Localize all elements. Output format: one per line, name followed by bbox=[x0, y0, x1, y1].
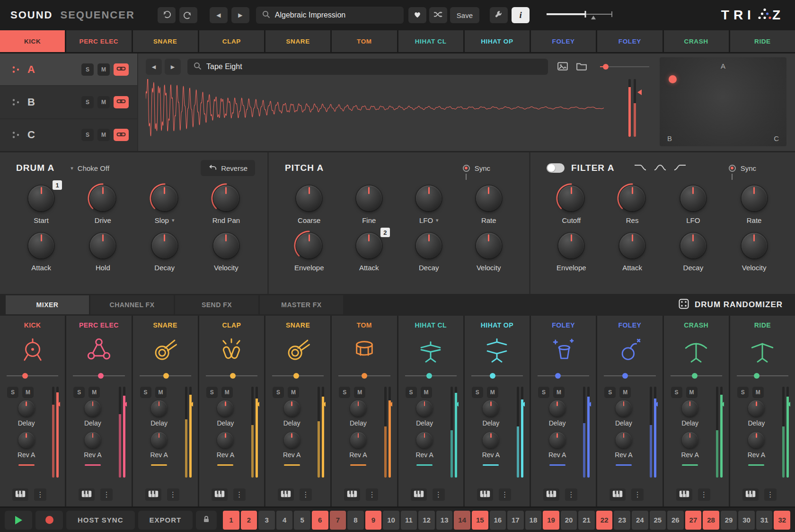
sample-search[interactable] bbox=[187, 59, 548, 75]
channel-solo-button[interactable]: S bbox=[538, 387, 549, 398]
sequencer-step[interactable]: 4 bbox=[276, 511, 293, 530]
sequencer-step[interactable]: 10 bbox=[383, 511, 399, 530]
channel-reverb-knob[interactable] bbox=[483, 432, 499, 448]
channel-solo-button[interactable]: S bbox=[73, 387, 85, 398]
channel-menu-button[interactable]: ⋮ bbox=[698, 488, 710, 501]
volume-handle[interactable] bbox=[555, 373, 561, 379]
sequencer-step[interactable]: 22 bbox=[596, 511, 613, 530]
sample-search-input[interactable] bbox=[206, 62, 542, 71]
channel-delay-knob[interactable] bbox=[682, 400, 698, 417]
channel-mute-button[interactable]: M bbox=[619, 387, 631, 398]
channel-delay-knob[interactable] bbox=[18, 400, 35, 417]
channel-mute-button[interactable]: M bbox=[421, 387, 432, 398]
info-button[interactable]: i bbox=[512, 7, 530, 23]
channel-delay-knob[interactable] bbox=[416, 400, 433, 417]
channel-menu-button[interactable]: ⋮ bbox=[366, 488, 378, 501]
sequencer-step[interactable]: 31 bbox=[756, 511, 773, 530]
channel-volume-slider[interactable] bbox=[405, 372, 457, 379]
channel-keyboard-button[interactable] bbox=[742, 488, 759, 501]
channel-reverb-knob[interactable] bbox=[416, 432, 433, 448]
channel-solo-button[interactable]: S bbox=[671, 387, 682, 398]
sequencer-step[interactable]: 25 bbox=[650, 511, 666, 530]
track-tab[interactable]: PERC ELEC bbox=[66, 30, 131, 52]
browse-samples-button[interactable] bbox=[574, 59, 590, 75]
undo-button[interactable] bbox=[158, 7, 176, 23]
channel-reverb-knob[interactable] bbox=[616, 432, 632, 448]
knob[interactable] bbox=[476, 233, 502, 258]
channel-volume-slider[interactable] bbox=[471, 372, 523, 379]
pitch-sync-toggle[interactable]: Sync bbox=[463, 164, 490, 172]
channel-keyboard-button[interactable] bbox=[543, 488, 559, 501]
channel-mute-button[interactable]: M bbox=[88, 387, 100, 398]
channel-solo-button[interactable]: S bbox=[604, 387, 616, 398]
volume-handle[interactable] bbox=[163, 373, 169, 379]
channel-menu-button[interactable]: ⋮ bbox=[233, 488, 246, 501]
channel-menu-button[interactable]: ⋮ bbox=[34, 488, 46, 501]
volume-handle[interactable] bbox=[603, 64, 609, 70]
track-tab[interactable]: SNARE bbox=[133, 30, 198, 52]
channel-menu-button[interactable]: ⋮ bbox=[167, 488, 179, 501]
sequencer-step[interactable]: 29 bbox=[721, 511, 737, 530]
mixer-page-tab[interactable]: MIXER bbox=[6, 295, 89, 314]
channel-solo-button[interactable]: S bbox=[406, 387, 417, 398]
host-sync-button[interactable]: HOST SYNC bbox=[66, 511, 135, 530]
layer-link-button[interactable] bbox=[114, 63, 129, 76]
settings-button[interactable] bbox=[490, 7, 508, 23]
sequencer-step[interactable]: 15 bbox=[472, 511, 488, 530]
channel-solo-button[interactable]: S bbox=[472, 387, 483, 398]
knob[interactable] bbox=[476, 186, 502, 211]
filter-enable-toggle[interactable] bbox=[547, 163, 565, 173]
sequencer-step[interactable]: 27 bbox=[685, 511, 702, 530]
shuffle-preset-button[interactable] bbox=[429, 7, 447, 23]
track-tab[interactable]: CLAP bbox=[199, 30, 264, 52]
sequencer-step[interactable]: 7 bbox=[330, 511, 346, 530]
track-tab[interactable]: TOM bbox=[332, 30, 397, 52]
channel-mute-button[interactable]: M bbox=[22, 387, 34, 398]
sequencer-step[interactable]: 9 bbox=[365, 511, 382, 530]
layer-mute-button[interactable]: M bbox=[97, 96, 110, 108]
xy-pad-handle[interactable] bbox=[669, 75, 677, 83]
volume-handle[interactable] bbox=[754, 373, 760, 379]
knob[interactable] bbox=[680, 233, 706, 258]
sequencer-step[interactable]: 18 bbox=[525, 511, 542, 530]
channel-keyboard-button[interactable] bbox=[278, 488, 294, 501]
choke-selector[interactable]: ▾ Choke Off bbox=[71, 164, 109, 172]
sample-preview-button[interactable] bbox=[555, 59, 571, 75]
knob[interactable] bbox=[558, 186, 584, 211]
knob[interactable] bbox=[356, 186, 382, 211]
favorite-button[interactable] bbox=[408, 7, 426, 23]
channel-mute-button[interactable]: M bbox=[487, 387, 498, 398]
channel-volume-slider[interactable] bbox=[272, 372, 324, 379]
channel-volume-slider[interactable] bbox=[7, 372, 58, 379]
channel-delay-knob[interactable] bbox=[350, 400, 366, 417]
sequencer-step[interactable]: 23 bbox=[614, 511, 630, 530]
mixer-page-tab[interactable]: CHANNEL FX bbox=[90, 295, 174, 314]
highpass-icon[interactable] bbox=[674, 163, 686, 173]
knob[interactable] bbox=[152, 233, 177, 258]
channel-mute-button[interactable]: M bbox=[553, 387, 565, 398]
channel-delay-knob[interactable] bbox=[217, 400, 233, 417]
filter-shape-selector[interactable] bbox=[634, 163, 686, 173]
knob[interactable] bbox=[28, 186, 54, 211]
channel-solo-button[interactable]: S bbox=[140, 387, 151, 398]
track-tab[interactable]: HIHAT CL bbox=[398, 30, 463, 52]
knob[interactable] bbox=[28, 233, 54, 258]
sequencer-step[interactable]: 21 bbox=[578, 511, 595, 530]
sequencer-step[interactable]: 14 bbox=[454, 511, 470, 530]
channel-delay-knob[interactable] bbox=[483, 400, 499, 417]
channel-reverb-knob[interactable] bbox=[85, 432, 101, 448]
knob[interactable] bbox=[90, 233, 115, 258]
sequencer-step[interactable]: 26 bbox=[667, 511, 684, 530]
channel-keyboard-button[interactable] bbox=[610, 488, 626, 501]
reverse-button[interactable]: Reverse bbox=[201, 160, 255, 176]
channel-menu-button[interactable]: ⋮ bbox=[565, 488, 577, 501]
drum-randomizer-button[interactable]: DRUM RANDOMIZER bbox=[679, 299, 783, 311]
channel-keyboard-button[interactable] bbox=[676, 488, 692, 501]
knob[interactable] bbox=[558, 233, 584, 258]
lowpass-icon[interactable] bbox=[634, 163, 646, 173]
channel-volume-slider[interactable] bbox=[737, 372, 788, 379]
channel-mute-button[interactable]: M bbox=[752, 387, 764, 398]
layer-solo-button[interactable]: S bbox=[81, 129, 94, 141]
sample-volume-slider[interactable] bbox=[600, 62, 649, 71]
knob[interactable] bbox=[90, 186, 115, 211]
